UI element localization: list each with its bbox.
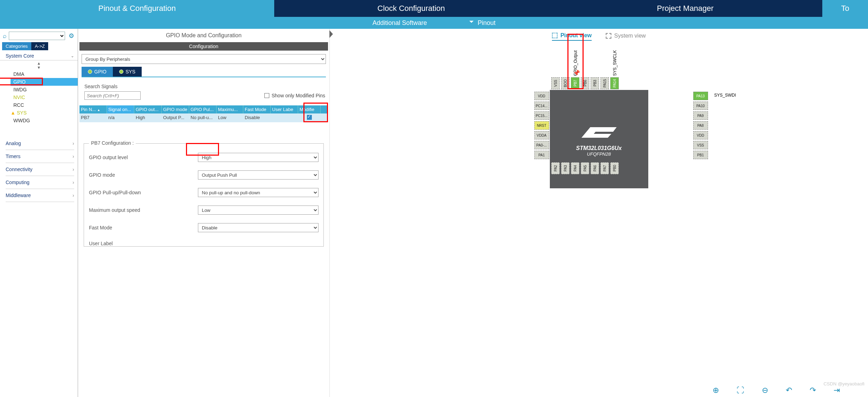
sidebar-item-nvic[interactable]: NVIC [11,93,78,101]
th-pin-name[interactable]: Pin N... ▲ [79,105,107,113]
show-modified-checkbox[interactable]: Show only Modified Pins [264,93,325,98]
tab-categories[interactable]: Categories [2,42,31,50]
th-modified[interactable]: Modifie [298,105,321,113]
chip-package[interactable]: STM32L031G6Ux UFQFPN28 VSS BOO PB7 PB6 P… [532,72,666,206]
chevron-right-icon: › [72,193,74,198]
pin-boo[interactable]: BOO [561,77,570,89]
zoom-out-icon[interactable]: ⊖ [762,386,768,395]
pin-pb3[interactable]: PB3 [591,77,599,89]
viewer-toolbar: ⊕ ⛶ ⊖ ↶ ↷ ⇥ [713,386,840,395]
pin-pa5[interactable]: PA5 [581,162,589,174]
th-gpio-out[interactable]: GPIO out... [134,105,162,113]
td-pin: PB7 [79,113,107,122]
fullscreen-icon[interactable]: ⛶ [737,386,744,395]
additional-software-link[interactable]: Additional Software [372,19,427,27]
label-fast-mode: Fast Mode [89,225,198,230]
pin-pa6[interactable]: PA6 [591,162,599,174]
pinout-dropdown[interactable]: Pinout [469,19,496,27]
select-output-level[interactable]: High [198,153,319,162]
pin-pa0[interactable]: PA0-... [534,141,549,149]
th-max-speed[interactable]: Maximu... [217,105,243,113]
select-pull[interactable]: No pull-up and no pull-down [198,188,319,197]
th-fast-mode[interactable]: Fast Mode [243,105,271,113]
pin-pa15[interactable]: PA15 [600,77,609,89]
pin-pc14[interactable]: PC14... [534,102,549,110]
td-mode: Output P... [162,113,189,122]
sidebar-item-gpio[interactable]: GPIO [11,78,78,86]
pin-pa13[interactable]: PA13 [693,92,708,100]
top-tab-bar: Pinout & Configuration Clock Configurati… [0,0,868,17]
scroll-updown-icon[interactable]: ▲▼ [0,60,78,70]
label-pull: GPIO Pull-up/Pull-down [89,190,198,195]
pin-nrst[interactable]: NRST [534,121,549,130]
tab-tools[interactable]: To [822,0,868,17]
pin-pa9[interactable]: PA9 [693,111,708,120]
group-by-select[interactable]: Group By Peripherals [82,54,326,64]
sidebar-item-iwdg[interactable]: IWDG [11,86,78,93]
category-system-core[interactable]: System Core ⌄ [0,50,78,60]
sidebar-search-select[interactable] [9,32,65,40]
tab-pinout-view[interactable]: Pinout view [552,32,592,41]
pin-vdd-r[interactable]: VDD [693,131,708,139]
tab-project[interactable]: Project Manager [548,0,822,17]
tab-system-view[interactable]: System view [606,32,646,41]
td-label [271,113,298,122]
sidebar-item-rcc[interactable]: RCC [11,101,78,109]
subtab-gpio[interactable]: GPIO [82,67,113,77]
pin-pa8[interactable]: PA8 [693,121,708,130]
pin-pa7[interactable]: PA7 [600,162,609,174]
category-computing[interactable]: Computing› [6,176,74,189]
th-signal[interactable]: Signal on... [107,105,134,113]
gear-icon[interactable]: ⚙ [67,32,76,40]
panel-title: GPIO Mode and Configuration [79,29,328,42]
tab-clock[interactable]: Clock Configuration [274,0,548,17]
pin-pa14[interactable]: PA14 [610,77,619,89]
category-timers[interactable]: Timers› [6,150,74,163]
sidebar-item-dma[interactable]: DMA [11,70,78,78]
th-user-label[interactable]: User Labe [271,105,298,113]
pin-pa10[interactable]: PA10 [693,102,708,110]
pin-pb7[interactable]: PB7 [571,77,579,89]
td-max: Low [217,113,243,122]
td-pull: No pull-u... [189,113,217,122]
select-max-speed[interactable]: Low [198,206,319,215]
pin-pb6[interactable]: PB6 [581,77,589,89]
chip-package-name: UFQFPN28 [587,151,611,157]
category-analog[interactable]: Analog› [6,137,74,150]
zoom-in-icon[interactable]: ⊕ [713,386,719,395]
sidebar-item-sys[interactable]: SYS [4,109,78,117]
collapse-icon[interactable]: ⇥ [834,386,840,395]
select-fast-mode[interactable]: Disable [198,223,319,232]
table-row[interactable]: PB7 n/a High Output P... No pull-u... Lo… [79,113,328,122]
pin-pa2[interactable]: PA2 [551,162,560,174]
sidebar-item-wwdg[interactable]: WWDG [11,117,78,124]
pin-pa4[interactable]: PA4 [571,162,579,174]
pin-vss-r[interactable]: VSS [693,141,708,149]
pin-vdd[interactable]: VDD [534,92,549,100]
th-gpio-mode[interactable]: GPIO mode [162,105,189,113]
pin-pc15[interactable]: PC15... [534,111,549,120]
pin-pa1[interactable]: PA1 [534,151,549,159]
pushpin-icon: 📌 [573,70,580,76]
category-middleware[interactable]: Middleware› [6,189,74,202]
td-signal: n/a [107,113,134,122]
search-signals-input[interactable] [84,91,141,100]
select-gpio-mode[interactable]: Output Push Pull [198,170,319,180]
search-icon[interactable]: ⌕ [3,32,7,40]
chevron-right-icon: › [72,167,74,172]
chevron-right-icon: › [72,154,74,159]
tab-a-z[interactable]: A->Z [31,42,49,50]
pin-vdda[interactable]: VDDA [534,131,549,139]
category-connectivity[interactable]: Connectivity› [6,163,74,176]
config-header-bar: Configuration [79,42,328,51]
th-gpio-pull[interactable]: GPIO Pul... [189,105,217,113]
subtab-sys[interactable]: SYS [113,67,142,77]
redo-icon[interactable]: ↷ [810,386,816,395]
pin-vss[interactable]: VSS [551,77,560,89]
pin-pb1[interactable]: PB1 [693,151,708,159]
pin-pa3[interactable]: PA3 [561,162,570,174]
tab-pinout[interactable]: Pinout & Configuration [0,0,274,17]
pin-pb0[interactable]: PB0 [610,162,619,174]
table-header-row: Pin N... ▲ Signal on... GPIO out... GPIO… [79,105,328,113]
undo-icon[interactable]: ↶ [786,386,792,395]
